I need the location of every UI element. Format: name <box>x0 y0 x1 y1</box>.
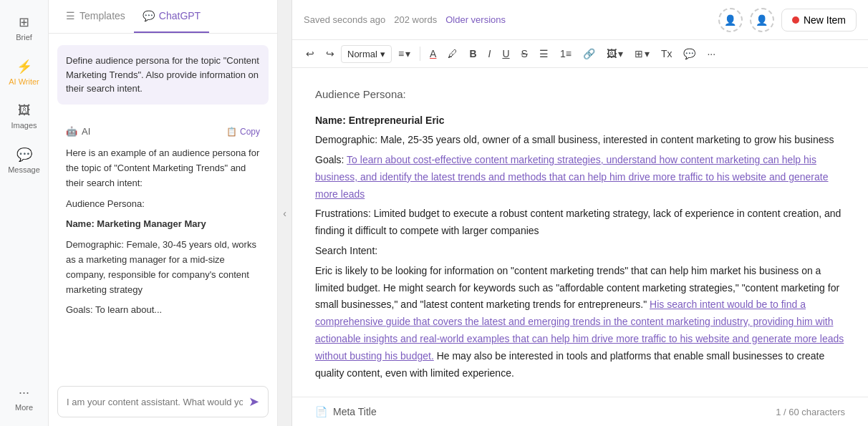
red-dot-icon <box>792 16 799 24</box>
comment-button[interactable]: 💬 <box>678 44 700 63</box>
middle-panel: ☰ Templates 💬 ChatGPT Define audience pe… <box>49 0 278 426</box>
new-item-button[interactable]: New Item <box>781 9 857 32</box>
templates-tab-label: Templates <box>79 10 125 21</box>
link-button[interactable]: 🔗 <box>578 44 600 63</box>
align-icon: ≡ <box>398 48 404 59</box>
ai-message-header: 🤖 AI 📋 Copy <box>66 125 260 140</box>
chat-input[interactable] <box>67 397 243 407</box>
audience-persona-heading: Audience Persona: <box>315 85 845 104</box>
sidebar-item-ai-writer-label: AI Writer <box>9 77 39 86</box>
clear-format-button[interactable]: Tx <box>656 44 677 63</box>
undo-icon: ↩ <box>306 48 314 59</box>
numbered-list-button[interactable]: 1≡ <box>555 44 577 63</box>
ai-persona-name: Name: Marketing Manager Mary <box>66 217 260 232</box>
link-icon: 🔗 <box>583 48 595 59</box>
ai-robot-icon: 🤖 <box>66 125 77 140</box>
image-icon: 🖼 <box>607 48 617 59</box>
strikethrough-icon: S <box>521 48 528 59</box>
avatar-circle-2: 👤 <box>750 8 774 32</box>
editor-content: Audience Persona: Name: Entrepreneurial … <box>292 68 868 397</box>
chatgpt-tab-label: ChatGPT <box>159 10 201 21</box>
user-message-text: Define audience persona for the topic "C… <box>66 55 259 94</box>
toolbar: ↩ ↪ Normal ▾ ≡ ▾ A 🖊 B I U S <box>292 40 868 68</box>
highlight-icon: 🖊 <box>448 48 458 59</box>
sidebar-item-brief-label: Brief <box>16 33 32 42</box>
underline-button[interactable]: U <box>497 44 514 63</box>
demographic-line: Demographic: Male, 25-35 years old, owne… <box>315 132 845 149</box>
sidebar: ⊞ Brief ⚡ AI Writer 🖼 Images 💬 Message ·… <box>0 0 49 426</box>
style-select[interactable]: Normal ▾ <box>341 45 392 63</box>
comment-icon: 💬 <box>683 48 695 59</box>
ai-intro: Here is an example of an audience person… <box>66 146 260 190</box>
search-intent-label: Search Intent: <box>315 243 845 260</box>
sidebar-item-ai-writer[interactable]: ⚡ AI Writer <box>4 53 44 92</box>
templates-tab-icon: ☰ <box>66 10 75 21</box>
bold-icon: B <box>469 48 476 59</box>
sidebar-item-images-label: Images <box>11 121 37 130</box>
strikethrough-button[interactable]: S <box>516 44 533 63</box>
sidebar-item-images[interactable]: 🖼 Images <box>4 97 44 135</box>
user-message: Define audience persona for the topic "C… <box>57 45 269 105</box>
saved-status: Saved seconds ago <box>304 14 385 25</box>
chevron-left-icon: ‹ <box>283 208 286 219</box>
goals-label: Goals: <box>315 154 347 165</box>
ellipsis-icon: ··· <box>707 48 715 59</box>
tab-chatgpt[interactable]: 💬 ChatGPT <box>134 0 209 33</box>
older-versions-link[interactable]: Older versions <box>445 14 506 25</box>
highlight-button[interactable]: 🖊 <box>443 44 463 63</box>
sidebar-item-message-label: Message <box>8 165 40 174</box>
more-options-button[interactable]: ··· <box>702 44 720 63</box>
sidebar-item-more[interactable]: ··· More <box>4 379 44 417</box>
tab-templates[interactable]: ☰ Templates <box>57 0 134 33</box>
copy-label: Copy <box>240 127 260 137</box>
meta-title-bar: 📄 Meta Title 1 / 60 characters <box>292 397 868 426</box>
undo-button[interactable]: ↩ <box>301 44 319 63</box>
table-button[interactable]: ⊞ ▾ <box>630 44 655 63</box>
ai-demographic: Demographic: Female, 30-45 years old, wo… <box>66 238 260 297</box>
redo-icon: ↪ <box>326 48 334 59</box>
image-chevron: ▾ <box>618 48 623 59</box>
bullet-list-icon: ☰ <box>539 48 549 59</box>
font-color-button[interactable]: A <box>425 44 441 63</box>
word-count: 202 words <box>394 14 437 25</box>
top-bar-right: 👤 👤 New Item <box>718 8 857 32</box>
italic-button[interactable]: I <box>483 44 496 63</box>
bold-button[interactable]: B <box>464 44 481 63</box>
bullet-list-button[interactable]: ☰ <box>534 44 554 63</box>
avatar-circle-1: 👤 <box>718 8 743 32</box>
toolbar-sep-1 <box>420 47 420 61</box>
table-chevron: ▾ <box>645 48 650 59</box>
images-icon: 🖼 <box>18 103 31 118</box>
sidebar-item-message[interactable]: 💬 Message <box>4 141 44 180</box>
meta-title-left: 📄 Meta Title <box>315 406 377 417</box>
image-button[interactable]: 🖼 ▾ <box>602 44 628 63</box>
brief-icon: ⊞ <box>19 14 29 30</box>
ai-label: 🤖 AI <box>66 125 90 140</box>
font-color-icon: A <box>430 48 436 59</box>
search-intent-text: Eric is likely to be looking for informa… <box>315 263 845 382</box>
clear-format-icon: Tx <box>661 48 672 59</box>
chat-input-area[interactable]: ➤ <box>57 386 269 417</box>
editor-area: Saved seconds ago 202 words Older versio… <box>292 0 868 426</box>
chatgpt-tab-icon: 💬 <box>143 10 155 21</box>
persona-name-bold: Name: Entrepreneurial Eric <box>315 115 445 126</box>
ai-goals-partial: Goals: To learn about... <box>66 303 260 318</box>
copy-button[interactable]: 📋 Copy <box>226 127 260 137</box>
copy-icon: 📋 <box>226 127 237 137</box>
sidebar-item-more-label: More <box>15 403 33 412</box>
send-button[interactable]: ➤ <box>249 394 259 410</box>
redo-button[interactable]: ↪ <box>321 44 339 63</box>
tabs: ☰ Templates 💬 ChatGPT <box>49 0 277 34</box>
goals-line: Goals: To learn about cost-effective con… <box>315 152 845 203</box>
table-icon: ⊞ <box>635 48 643 59</box>
meta-title-label: Meta Title <box>333 406 377 417</box>
style-label: Normal <box>347 49 377 59</box>
collapse-panel-button[interactable]: ‹ <box>278 0 292 426</box>
new-item-label: New Item <box>804 14 846 26</box>
sidebar-item-brief[interactable]: ⊞ Brief <box>4 9 44 47</box>
top-bar-left: Saved seconds ago 202 words Older versio… <box>304 14 710 25</box>
chevron-down-icon: ▾ <box>380 49 385 59</box>
person-icon-1: 👤 <box>724 14 736 26</box>
top-bar: Saved seconds ago 202 words Older versio… <box>292 0 868 40</box>
align-button[interactable]: ≡ ▾ <box>393 44 415 63</box>
